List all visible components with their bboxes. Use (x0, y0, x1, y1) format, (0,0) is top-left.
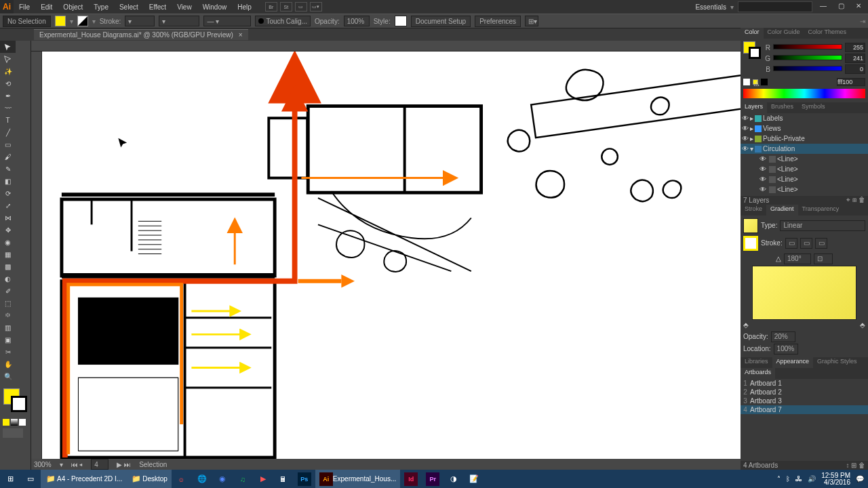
tab-graphic-styles[interactable]: Graphic Styles (813, 357, 861, 368)
maximize-button[interactable]: ▢ (834, 2, 848, 12)
menu-object[interactable]: Object (58, 3, 88, 11)
zoom-tool[interactable]: 🔍 (0, 370, 16, 382)
menu-help[interactable]: Help (232, 3, 257, 11)
rectangle-tool[interactable]: ▭ (0, 138, 16, 150)
perspective-tool[interactable]: ▦ (0, 248, 16, 260)
fill-stroke-control[interactable] (0, 386, 31, 418)
visibility-toggle-icon[interactable]: 👁 (758, 165, 768, 173)
gradient-mode-icon[interactable] (11, 419, 18, 426)
taskbar-photoshop[interactable]: Ps (294, 470, 315, 488)
width-tool[interactable]: ⋈ (0, 211, 16, 224)
tab-color-guide[interactable]: Color Guide (764, 28, 804, 39)
b-input[interactable] (845, 64, 865, 74)
grad-opacity-dd[interactable]: 20% (771, 331, 795, 342)
taskbar-app[interactable]: ⌾ (172, 470, 192, 488)
arrange2-icon[interactable]: ▭▾ (310, 2, 322, 12)
taskbar-chrome[interactable]: 🌐 (192, 470, 212, 488)
rotate-tool[interactable]: ⟳ (0, 187, 16, 199)
style-dd[interactable] (395, 16, 407, 26)
notifications-icon[interactable]: 💬 (856, 475, 864, 483)
grad-stop-right-icon[interactable]: ⬘ (860, 321, 865, 329)
taskbar-explorer-2[interactable]: 📁Desktop (126, 470, 172, 488)
tab-color-themes[interactable]: Color Themes (804, 28, 850, 39)
artboard-nav[interactable]: 4 (91, 459, 108, 470)
arrange-icon[interactable]: ▭ (295, 2, 307, 12)
type-tool[interactable]: T (0, 114, 16, 126)
slice-tool[interactable]: ✂ (0, 346, 16, 358)
tab-color[interactable]: Color (741, 28, 764, 39)
collapse-panels-icon[interactable]: ⇥ (860, 18, 865, 25)
artboard-row[interactable]: 2Artboard 2 (741, 388, 868, 396)
tray-volume-icon[interactable]: 🔊 (808, 475, 816, 483)
hand-tool[interactable]: ✋ (0, 358, 16, 370)
gradient-tool[interactable]: ◐ (0, 272, 16, 285)
eyedropper-tool[interactable]: ✐ (0, 285, 16, 297)
tab-libraries[interactable]: Libraries (741, 357, 772, 368)
visibility-toggle-icon[interactable]: 👁 (741, 145, 750, 152)
shape-builder-tool[interactable]: ◉ (0, 236, 16, 248)
blend-tool[interactable]: ⬚ (0, 297, 16, 309)
zoom-level[interactable]: 300% (34, 461, 52, 468)
taskbar-app2[interactable]: ◉ (212, 470, 233, 488)
column-graph-tool[interactable]: ▥ (0, 321, 16, 333)
tab-stroke[interactable]: Stroke (741, 205, 766, 216)
mesh-tool[interactable]: ▩ (0, 260, 16, 272)
curvature-tool[interactable]: 〰 (0, 102, 16, 114)
brush-dd[interactable]: ▾ (159, 16, 199, 26)
system-clock[interactable]: 12:59 PM 4/3/2016 (821, 472, 850, 486)
stroke-swatch[interactable] (77, 16, 88, 26)
stroke-opt-1[interactable]: ▭ (785, 238, 797, 249)
aspect-dd[interactable]: ⊡ (814, 253, 833, 264)
tray-bluetooth-icon[interactable]: ᛒ (786, 475, 790, 483)
preferences-button[interactable]: Preferences (475, 16, 521, 27)
sublayer-name[interactable]: <Line> (777, 186, 798, 193)
menu-view[interactable]: View (172, 3, 197, 11)
paintbrush-tool[interactable]: 🖌 (0, 150, 16, 163)
menu-select[interactable]: Select (114, 3, 144, 11)
taskbar-indesign[interactable]: Id (400, 470, 422, 488)
visibility-toggle-icon[interactable]: 👁 (741, 125, 750, 132)
menu-effect[interactable]: Effect (144, 3, 172, 11)
color-mode-icon[interactable] (3, 419, 9, 426)
taskbar-app3[interactable]: ▶ (253, 470, 273, 488)
sublayer-name[interactable]: <Line> (777, 165, 798, 173)
layer-name[interactable]: Views (763, 125, 781, 132)
artboard-row[interactable]: 1Artboard 1 (741, 379, 868, 388)
close-tab-icon[interactable]: × (239, 31, 243, 39)
direct-selection-tool[interactable] (0, 53, 16, 65)
tab-layers[interactable]: Layers (741, 102, 767, 113)
pencil-tool[interactable]: ✎ (0, 163, 16, 175)
taskbar-spotify[interactable]: ♫ (233, 470, 253, 488)
menu-type[interactable]: Type (88, 3, 114, 11)
sublayer-name[interactable]: <Line> (777, 176, 798, 183)
taskbar-illustrator[interactable]: AiExpermental_Hous... (315, 470, 400, 488)
hex-input[interactable] (837, 78, 865, 86)
selection-tool[interactable] (0, 41, 16, 53)
visibility-toggle-icon[interactable]: 👁 (758, 176, 768, 183)
gradient-type-dd[interactable]: Linear (780, 220, 865, 231)
layer-name[interactable]: Labels (763, 115, 783, 122)
gradient-preview[interactable] (752, 266, 856, 320)
start-button[interactable]: ⊞ (0, 470, 20, 488)
none-color-icon[interactable] (743, 79, 750, 85)
scale-tool[interactable]: ⤢ (0, 199, 16, 211)
black-swatch-icon[interactable] (761, 79, 768, 85)
task-view-button[interactable]: ▭ (20, 470, 41, 488)
stroke-grad-icon[interactable] (743, 236, 758, 251)
r-input[interactable] (845, 43, 865, 52)
profile-dd[interactable]: — ▾ (203, 16, 251, 26)
visibility-toggle-icon[interactable]: 👁 (758, 155, 768, 163)
gradient-swatch[interactable] (743, 218, 758, 233)
search-input[interactable] (738, 1, 812, 12)
tab-appearance[interactable]: Appearance (772, 357, 814, 368)
tab-brushes[interactable]: Brushes (767, 102, 797, 113)
screen-mode-icon[interactable] (3, 428, 23, 438)
magic-wand-tool[interactable]: ✨ (0, 65, 16, 77)
lasso-tool[interactable]: ⟲ (0, 77, 16, 89)
tab-artboards[interactable]: Artboards (741, 368, 775, 379)
layer-name[interactable]: Public-Private (763, 135, 805, 142)
layer-name[interactable]: Circulation (763, 145, 795, 152)
gradient-angle[interactable]: 180° (784, 253, 811, 264)
color-spectrum[interactable] (743, 89, 865, 98)
close-button[interactable]: ✕ (852, 2, 865, 12)
